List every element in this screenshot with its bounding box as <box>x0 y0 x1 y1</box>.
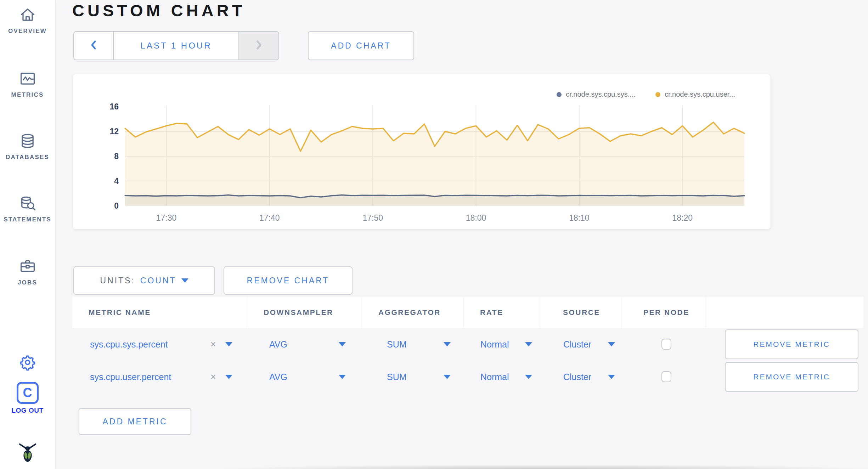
app-root: OVERVIEW METRICS DATABASES <box>0 0 868 469</box>
column-header-downsampler: DOWNSAMPLER <box>247 297 361 328</box>
svg-text:17:50: 17:50 <box>362 213 383 222</box>
add-metric-button[interactable]: ADD METRIC <box>79 408 191 435</box>
svg-text:18:20: 18:20 <box>672 213 693 222</box>
chart-card: cr.node.sys.cpu.sys.... cr.node.sys.cpu.… <box>72 74 771 230</box>
chevron-right-icon <box>254 39 264 52</box>
remove-metric-button[interactable]: REMOVE METRIC <box>725 329 858 359</box>
rate-value[interactable]: Normal <box>480 361 509 393</box>
column-header-source: SOURCE <box>540 297 621 328</box>
svg-text:16: 16 <box>109 102 119 111</box>
timeseries-chart: 17:3017:4017:5018:0018:1018:200481216 <box>73 74 771 229</box>
column-header-actions <box>706 297 863 328</box>
cockroachdb-logo[interactable] <box>0 437 55 467</box>
metric-name-dropdown-caret[interactable] <box>225 342 232 346</box>
clear-metric-icon[interactable]: × <box>210 328 216 361</box>
time-range-prev-button[interactable] <box>74 32 114 60</box>
sidebar-item-label: OVERVIEW <box>8 28 47 35</box>
svg-text:12: 12 <box>109 127 119 136</box>
downsampler-value[interactable]: AVG <box>269 328 287 361</box>
per-node-checkbox[interactable] <box>661 371 671 382</box>
cockroach-bug-icon <box>18 437 38 467</box>
sidebar-item-statements[interactable]: STATEMENTS <box>0 194 55 223</box>
source-value[interactable]: Cluster <box>563 361 591 393</box>
sidebar-item-jobs[interactable]: JOBS <box>0 257 55 286</box>
rate-value[interactable]: Normal <box>480 328 509 361</box>
metric-name-dropdown-caret[interactable] <box>225 375 232 379</box>
gear-icon <box>19 354 36 371</box>
column-header-aggregator: AGGREGATOR <box>362 297 463 328</box>
column-header-metric-name: METRIC NAME <box>72 297 247 328</box>
settings-button[interactable] <box>0 354 55 371</box>
svg-text:17:40: 17:40 <box>259 213 280 222</box>
source-dropdown-caret[interactable] <box>608 375 615 379</box>
downsampler-value[interactable]: AVG <box>269 361 287 393</box>
metric-row: sys.cpu.sys.percent × AVG SUM Normal Clu… <box>72 328 863 361</box>
database-icon <box>18 132 37 150</box>
metrics-icon <box>18 69 37 88</box>
chevron-left-icon <box>89 39 98 52</box>
metric-row: sys.cpu.user.percent × AVG SUM Normal Cl… <box>72 361 863 393</box>
column-header-per-node: PER NODE <box>622 297 705 328</box>
per-node-checkbox[interactable] <box>661 339 671 350</box>
svg-text:18:10: 18:10 <box>569 213 590 222</box>
svg-text:17:30: 17:30 <box>156 213 177 222</box>
source-value[interactable]: Cluster <box>563 328 591 361</box>
metric-name-value[interactable]: sys.cpu.user.percent <box>90 361 171 393</box>
bottom-edge-shadow <box>223 465 868 469</box>
metric-name-value[interactable]: sys.cpu.sys.percent <box>90 328 168 361</box>
remove-metric-button[interactable]: REMOVE METRIC <box>725 362 858 392</box>
add-chart-button[interactable]: ADD CHART <box>308 31 414 60</box>
statements-icon <box>18 194 37 213</box>
aggregator-dropdown-caret[interactable] <box>444 342 451 346</box>
time-range-selector: LAST 1 HOUR <box>73 31 279 60</box>
logout-button[interactable]: C LOG OUT <box>0 382 55 414</box>
svg-text:0: 0 <box>114 201 119 210</box>
svg-text:18:00: 18:00 <box>466 213 486 222</box>
downsampler-dropdown-caret[interactable] <box>339 342 346 346</box>
jobs-icon <box>18 257 37 276</box>
sidebar: OVERVIEW METRICS DATABASES <box>0 0 55 469</box>
sidebar-item-label: DATABASES <box>6 154 49 161</box>
units-value: COUNT <box>140 276 176 286</box>
remove-chart-button[interactable]: REMOVE CHART <box>224 266 353 295</box>
sidebar-item-metrics[interactable]: METRICS <box>0 69 55 98</box>
units-dropdown[interactable]: UNITS: COUNT <box>73 266 215 295</box>
time-range-next-button[interactable] <box>238 32 278 60</box>
aggregator-value[interactable]: SUM <box>387 361 407 393</box>
downsampler-dropdown-caret[interactable] <box>339 375 346 379</box>
logout-label: LOG OUT <box>11 407 43 414</box>
sidebar-item-label: JOBS <box>18 279 37 286</box>
sidebar-item-databases[interactable]: DATABASES <box>0 132 55 161</box>
aggregator-value[interactable]: SUM <box>387 328 407 361</box>
time-range-display[interactable]: LAST 1 HOUR <box>114 32 238 60</box>
svg-text:8: 8 <box>114 152 119 161</box>
sidebar-item-label: STATEMENTS <box>4 216 51 223</box>
rate-dropdown-caret[interactable] <box>525 342 532 346</box>
rate-dropdown-caret[interactable] <box>525 375 532 379</box>
units-label: UNITS: <box>100 276 135 286</box>
chevron-down-icon <box>181 278 188 283</box>
source-dropdown-caret[interactable] <box>608 342 615 346</box>
cockroach-c-icon: C <box>17 382 39 404</box>
sidebar-item-label: METRICS <box>11 91 44 98</box>
home-icon <box>18 6 37 24</box>
column-header-rate: RATE <box>464 297 540 328</box>
clear-metric-icon[interactable]: × <box>210 361 216 393</box>
aggregator-dropdown-caret[interactable] <box>444 375 451 379</box>
page-title: CUSTOM CHART <box>72 1 245 20</box>
svg-text:4: 4 <box>114 176 119 186</box>
sidebar-item-overview[interactable]: OVERVIEW <box>0 6 55 35</box>
